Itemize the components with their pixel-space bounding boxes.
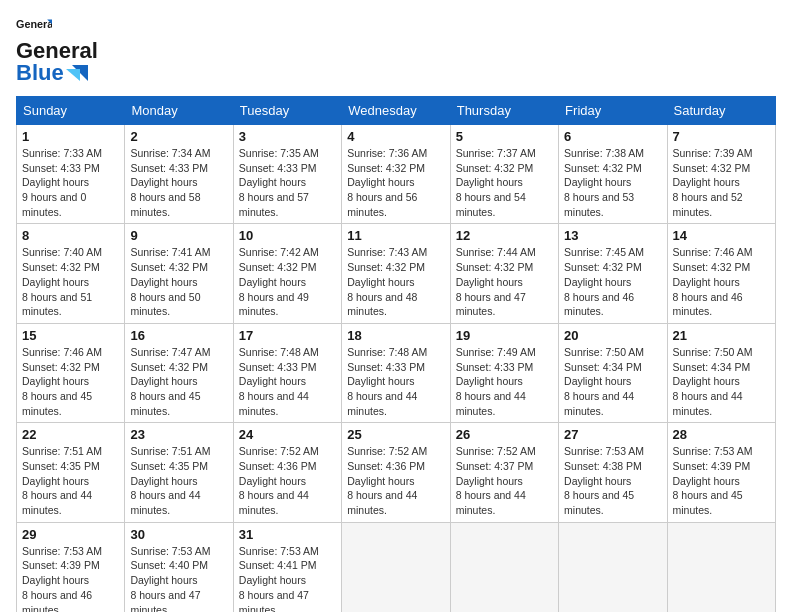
sunset-label: Sunset: 4:36 PM: [347, 460, 425, 472]
weekday-header-cell: Friday: [559, 97, 667, 125]
daylight-value: 8 hours and 44 minutes.: [347, 489, 417, 516]
calendar-day-cell: 19 Sunrise: 7:49 AM Sunset: 4:33 PM Dayl…: [450, 323, 558, 422]
calendar-day-cell: 28 Sunrise: 7:53 AM Sunset: 4:39 PM Dayl…: [667, 423, 775, 522]
daylight-value: 8 hours and 44 minutes.: [673, 390, 743, 417]
day-number: 24: [239, 427, 336, 442]
day-info: Sunrise: 7:52 AM Sunset: 4:36 PM Dayligh…: [239, 444, 336, 517]
daylight-value: 8 hours and 46 minutes.: [22, 589, 92, 612]
day-number: 15: [22, 328, 119, 343]
daylight-label: Daylight hours: [130, 574, 197, 586]
weekday-header-cell: Thursday: [450, 97, 558, 125]
sunset-label: Sunset: 4:39 PM: [673, 460, 751, 472]
day-info: Sunrise: 7:48 AM Sunset: 4:33 PM Dayligh…: [239, 345, 336, 418]
calendar-day-cell: 18 Sunrise: 7:48 AM Sunset: 4:33 PM Dayl…: [342, 323, 450, 422]
sunset-label: Sunset: 4:39 PM: [22, 559, 100, 571]
svg-text:General: General: [16, 18, 52, 30]
day-info: Sunrise: 7:35 AM Sunset: 4:33 PM Dayligh…: [239, 146, 336, 219]
daylight-label: Daylight hours: [456, 475, 523, 487]
calendar-week-row: 1 Sunrise: 7:33 AM Sunset: 4:33 PM Dayli…: [17, 125, 776, 224]
daylight-value: 8 hours and 45 minutes.: [22, 390, 92, 417]
day-number: 1: [22, 129, 119, 144]
calendar-day-cell: 27 Sunrise: 7:53 AM Sunset: 4:38 PM Dayl…: [559, 423, 667, 522]
day-info: Sunrise: 7:46 AM Sunset: 4:32 PM Dayligh…: [673, 245, 770, 318]
sunrise-label: Sunrise: 7:48 AM: [347, 346, 427, 358]
sunset-label: Sunset: 4:35 PM: [22, 460, 100, 472]
day-info: Sunrise: 7:39 AM Sunset: 4:32 PM Dayligh…: [673, 146, 770, 219]
daylight-value: 8 hours and 44 minutes.: [347, 390, 417, 417]
daylight-label: Daylight hours: [239, 574, 306, 586]
calendar-day-cell: 9 Sunrise: 7:41 AM Sunset: 4:32 PM Dayli…: [125, 224, 233, 323]
daylight-label: Daylight hours: [239, 176, 306, 188]
day-number: 16: [130, 328, 227, 343]
daylight-label: Daylight hours: [564, 375, 631, 387]
sunrise-label: Sunrise: 7:53 AM: [239, 545, 319, 557]
day-number: 19: [456, 328, 553, 343]
calendar-day-cell: 3 Sunrise: 7:35 AM Sunset: 4:33 PM Dayli…: [233, 125, 341, 224]
sunrise-label: Sunrise: 7:42 AM: [239, 246, 319, 258]
sunset-label: Sunset: 4:38 PM: [564, 460, 642, 472]
daylight-label: Daylight hours: [456, 176, 523, 188]
sunset-label: Sunset: 4:32 PM: [22, 261, 100, 273]
daylight-label: Daylight hours: [673, 176, 740, 188]
day-info: Sunrise: 7:36 AM Sunset: 4:32 PM Dayligh…: [347, 146, 444, 219]
day-number: 22: [22, 427, 119, 442]
sunrise-label: Sunrise: 7:51 AM: [130, 445, 210, 457]
day-number: 6: [564, 129, 661, 144]
svg-marker-3: [66, 69, 80, 81]
daylight-label: Daylight hours: [22, 475, 89, 487]
daylight-label: Daylight hours: [22, 176, 89, 188]
daylight-label: Daylight hours: [130, 276, 197, 288]
daylight-label: Daylight hours: [22, 276, 89, 288]
calendar-day-cell: 1 Sunrise: 7:33 AM Sunset: 4:33 PM Dayli…: [17, 125, 125, 224]
sunrise-label: Sunrise: 7:48 AM: [239, 346, 319, 358]
daylight-label: Daylight hours: [239, 375, 306, 387]
sunrise-label: Sunrise: 7:51 AM: [22, 445, 102, 457]
daylight-label: Daylight hours: [673, 475, 740, 487]
day-number: 18: [347, 328, 444, 343]
daylight-value: 8 hours and 54 minutes.: [456, 191, 526, 218]
sunrise-label: Sunrise: 7:46 AM: [673, 246, 753, 258]
calendar-day-cell: 6 Sunrise: 7:38 AM Sunset: 4:32 PM Dayli…: [559, 125, 667, 224]
daylight-value: 8 hours and 48 minutes.: [347, 291, 417, 318]
daylight-value: 9 hours and 0 minutes.: [22, 191, 86, 218]
day-number: 5: [456, 129, 553, 144]
day-info: Sunrise: 7:50 AM Sunset: 4:34 PM Dayligh…: [564, 345, 661, 418]
weekday-header-cell: Saturday: [667, 97, 775, 125]
day-info: Sunrise: 7:53 AM Sunset: 4:41 PM Dayligh…: [239, 544, 336, 612]
sunrise-label: Sunrise: 7:53 AM: [130, 545, 210, 557]
day-info: Sunrise: 7:51 AM Sunset: 4:35 PM Dayligh…: [22, 444, 119, 517]
calendar-day-cell: 14 Sunrise: 7:46 AM Sunset: 4:32 PM Dayl…: [667, 224, 775, 323]
calendar-day-cell: 30 Sunrise: 7:53 AM Sunset: 4:40 PM Dayl…: [125, 522, 233, 612]
sunrise-label: Sunrise: 7:44 AM: [456, 246, 536, 258]
sunset-label: Sunset: 4:32 PM: [673, 162, 751, 174]
calendar-table: SundayMondayTuesdayWednesdayThursdayFrid…: [16, 96, 776, 612]
sunrise-label: Sunrise: 7:52 AM: [456, 445, 536, 457]
day-info: Sunrise: 7:52 AM Sunset: 4:36 PM Dayligh…: [347, 444, 444, 517]
daylight-value: 8 hours and 53 minutes.: [564, 191, 634, 218]
day-number: 25: [347, 427, 444, 442]
sunset-label: Sunset: 4:36 PM: [239, 460, 317, 472]
calendar-week-row: 29 Sunrise: 7:53 AM Sunset: 4:39 PM Dayl…: [17, 522, 776, 612]
sunset-label: Sunset: 4:33 PM: [22, 162, 100, 174]
day-number: 2: [130, 129, 227, 144]
sunrise-label: Sunrise: 7:41 AM: [130, 246, 210, 258]
sunrise-label: Sunrise: 7:53 AM: [673, 445, 753, 457]
sunset-label: Sunset: 4:32 PM: [347, 162, 425, 174]
sunrise-label: Sunrise: 7:40 AM: [22, 246, 102, 258]
day-number: 23: [130, 427, 227, 442]
weekday-header-cell: Sunday: [17, 97, 125, 125]
day-info: Sunrise: 7:49 AM Sunset: 4:33 PM Dayligh…: [456, 345, 553, 418]
day-number: 11: [347, 228, 444, 243]
sunrise-label: Sunrise: 7:33 AM: [22, 147, 102, 159]
day-info: Sunrise: 7:42 AM Sunset: 4:32 PM Dayligh…: [239, 245, 336, 318]
sunrise-label: Sunrise: 7:52 AM: [347, 445, 427, 457]
calendar-day-cell: 2 Sunrise: 7:34 AM Sunset: 4:33 PM Dayli…: [125, 125, 233, 224]
daylight-label: Daylight hours: [673, 375, 740, 387]
weekday-header-cell: Tuesday: [233, 97, 341, 125]
daylight-label: Daylight hours: [564, 176, 631, 188]
calendar-day-cell: 10 Sunrise: 7:42 AM Sunset: 4:32 PM Dayl…: [233, 224, 341, 323]
sunset-label: Sunset: 4:32 PM: [564, 261, 642, 273]
daylight-value: 8 hours and 47 minutes.: [130, 589, 200, 612]
day-number: 13: [564, 228, 661, 243]
sunrise-label: Sunrise: 7:46 AM: [22, 346, 102, 358]
